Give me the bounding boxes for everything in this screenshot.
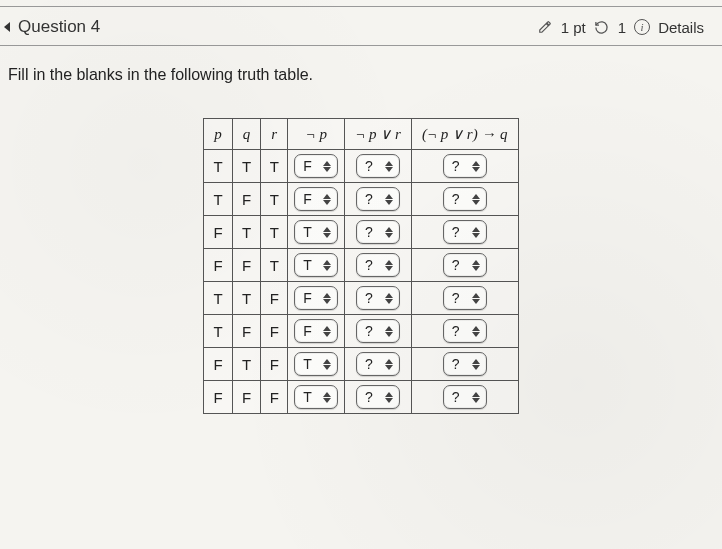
cell-notp-or-r: ? — [345, 249, 412, 282]
select-value: ? — [365, 191, 373, 207]
select-implies-7[interactable]: ? — [443, 385, 487, 409]
select-value: ? — [452, 158, 460, 174]
cell-notp: F — [288, 183, 345, 216]
select-implies-3[interactable]: ? — [443, 253, 487, 277]
select-notp-0[interactable]: F — [294, 154, 338, 178]
cell-implies: ? — [411, 216, 518, 249]
table-row: FTTT?? — [204, 216, 518, 249]
cell-r: F — [261, 348, 288, 381]
table-row: FFTT?? — [204, 249, 518, 282]
cell-implies: ? — [411, 381, 518, 414]
cell-q: T — [232, 282, 261, 315]
select-notp-or-r-5[interactable]: ? — [356, 319, 400, 343]
select-value: T — [303, 257, 312, 273]
spinner-icon — [323, 161, 331, 172]
cell-r: F — [261, 282, 288, 315]
select-value: ? — [452, 389, 460, 405]
cell-r: F — [261, 381, 288, 414]
cell-implies: ? — [411, 249, 518, 282]
select-value: ? — [365, 257, 373, 273]
select-implies-4[interactable]: ? — [443, 286, 487, 310]
select-value: F — [303, 191, 312, 207]
select-value: T — [303, 356, 312, 372]
spinner-icon — [385, 227, 393, 238]
cell-implies: ? — [411, 183, 518, 216]
select-notp-2[interactable]: T — [294, 220, 338, 244]
select-value: ? — [452, 257, 460, 273]
select-implies-2[interactable]: ? — [443, 220, 487, 244]
question-prompt: Fill in the blanks in the following trut… — [0, 46, 722, 94]
select-notp-or-r-3[interactable]: ? — [356, 253, 400, 277]
select-notp-or-r-1[interactable]: ? — [356, 187, 400, 211]
spinner-icon — [385, 359, 393, 370]
spinner-icon — [472, 326, 480, 337]
question-title-group[interactable]: Question 4 — [4, 17, 100, 37]
spinner-icon — [323, 227, 331, 238]
table-row: FFFT?? — [204, 381, 518, 414]
select-notp-3[interactable]: T — [294, 253, 338, 277]
spinner-icon — [323, 392, 331, 403]
spinner-icon — [323, 326, 331, 337]
select-value: ? — [452, 356, 460, 372]
cell-p: T — [204, 282, 233, 315]
select-implies-0[interactable]: ? — [443, 154, 487, 178]
select-implies-5[interactable]: ? — [443, 319, 487, 343]
select-implies-6[interactable]: ? — [443, 352, 487, 376]
edit-icon[interactable] — [537, 19, 553, 35]
cell-q: T — [232, 150, 261, 183]
select-notp-7[interactable]: T — [294, 385, 338, 409]
select-notp-or-r-7[interactable]: ? — [356, 385, 400, 409]
cell-p: T — [204, 315, 233, 348]
select-notp-or-r-2[interactable]: ? — [356, 220, 400, 244]
select-notp-6[interactable]: T — [294, 352, 338, 376]
select-notp-or-r-0[interactable]: ? — [356, 154, 400, 178]
cell-notp-or-r: ? — [345, 381, 412, 414]
select-notp-4[interactable]: F — [294, 286, 338, 310]
select-implies-1[interactable]: ? — [443, 187, 487, 211]
retry-icon[interactable] — [594, 19, 610, 35]
spinner-icon — [385, 293, 393, 304]
cell-notp-or-r: ? — [345, 183, 412, 216]
select-value: ? — [452, 323, 460, 339]
cell-r: T — [261, 150, 288, 183]
select-notp-or-r-6[interactable]: ? — [356, 352, 400, 376]
col-r: r — [261, 119, 288, 150]
cell-notp: T — [288, 216, 345, 249]
col-notp-or-r: ¬ p ∨ r — [345, 119, 412, 150]
select-notp-or-r-4[interactable]: ? — [356, 286, 400, 310]
info-icon[interactable]: i — [634, 19, 650, 35]
col-q: q — [232, 119, 261, 150]
cell-notp: F — [288, 282, 345, 315]
cell-p: F — [204, 348, 233, 381]
spinner-icon — [385, 260, 393, 271]
question-meta: 1 pt 1 i Details — [537, 19, 704, 36]
col-notp: ¬ p — [288, 119, 345, 150]
spinner-icon — [472, 194, 480, 205]
select-notp-1[interactable]: F — [294, 187, 338, 211]
cell-implies: ? — [411, 315, 518, 348]
spinner-icon — [472, 260, 480, 271]
spinner-icon — [385, 326, 393, 337]
cell-notp: F — [288, 150, 345, 183]
table-row: TTTF?? — [204, 150, 518, 183]
cell-q: F — [232, 315, 261, 348]
spinner-icon — [385, 194, 393, 205]
spinner-icon — [472, 293, 480, 304]
retry-count: 1 — [618, 19, 626, 36]
cell-q: F — [232, 249, 261, 282]
cell-implies: ? — [411, 150, 518, 183]
select-value: ? — [365, 158, 373, 174]
table-row: TTFF?? — [204, 282, 518, 315]
select-value: ? — [452, 224, 460, 240]
cell-q: T — [232, 216, 261, 249]
spinner-icon — [385, 392, 393, 403]
cell-notp: T — [288, 348, 345, 381]
spinner-icon — [323, 359, 331, 370]
cell-notp-or-r: ? — [345, 282, 412, 315]
spinner-icon — [472, 227, 480, 238]
select-value: F — [303, 158, 312, 174]
select-notp-5[interactable]: F — [294, 319, 338, 343]
cell-p: F — [204, 216, 233, 249]
select-value: T — [303, 224, 312, 240]
details-link[interactable]: Details — [658, 19, 704, 36]
